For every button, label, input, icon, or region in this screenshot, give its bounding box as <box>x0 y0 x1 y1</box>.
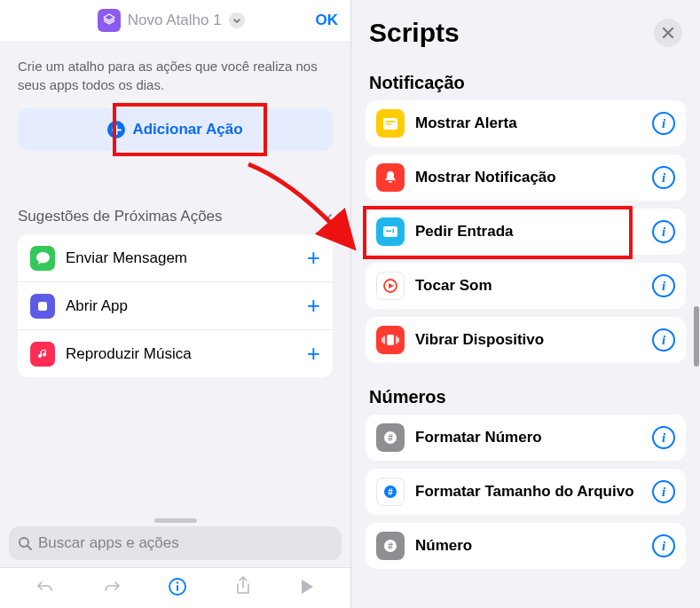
action-show-alert[interactable]: Mostrar Alerta i <box>366 100 686 146</box>
shortcut-editor-panel: Novo Atalho 1 OK Crie um atalho para as … <box>0 0 350 608</box>
suggestion-label: Abrir App <box>66 297 307 315</box>
action-list-numbers: # Formatar Número i # Formatar Tamanho d… <box>366 415 686 542</box>
info-button[interactable]: i <box>652 534 675 557</box>
play-sound-icon <box>376 272 405 300</box>
info-button[interactable]: i <box>652 426 675 449</box>
shortcut-title[interactable]: Novo Atalho 1 <box>128 12 222 29</box>
chevron-down-icon[interactable] <box>229 12 245 28</box>
action-label: Vibrar Dispositivo <box>415 331 652 349</box>
actions-browser-panel: Scripts Notificação Mostrar Alerta i Mos… <box>350 0 700 608</box>
messages-icon <box>30 246 55 271</box>
svg-line-2 <box>28 546 31 549</box>
action-show-notification[interactable]: Mostrar Notificação i <box>366 154 686 201</box>
action-label: Formatar Tamanho do Arquivo <box>415 483 652 501</box>
action-ask-for-input[interactable]: Pedir Entrada i <box>366 209 686 255</box>
suggestions-list: Enviar Mensagem + Abrir App + Reproduzir… <box>18 234 333 377</box>
action-label: Formatar Número <box>415 429 652 446</box>
close-button[interactable] <box>654 19 682 47</box>
action-label: Tocar Som <box>415 277 652 295</box>
prompt-text: Crie um atalho para as ações que você re… <box>0 41 350 108</box>
plus-icon <box>107 121 125 138</box>
svg-rect-0 <box>38 302 47 311</box>
bell-icon <box>376 163 405 192</box>
info-icon[interactable] <box>168 577 187 600</box>
svg-text:#: # <box>388 433 393 443</box>
action-list-notification: Mostrar Alerta i Mostrar Notificação i P… <box>366 100 686 371</box>
suggestions-header[interactable]: Sugestões de Próximas Ações <box>0 208 350 225</box>
section-title-numbers: Números <box>351 371 700 415</box>
section-title-notification: Notificação <box>351 57 700 100</box>
undo-icon[interactable] <box>35 577 55 600</box>
search-input[interactable]: Buscar apps e ações <box>9 526 342 560</box>
bottom-toolbar <box>0 567 350 608</box>
action-vibrate-device[interactable]: Vibrar Dispositivo i <box>366 317 686 363</box>
info-button[interactable]: i <box>652 480 675 503</box>
suggestion-send-message[interactable]: Enviar Mensagem + <box>18 234 333 282</box>
left-header: Novo Atalho 1 OK <box>0 0 350 41</box>
hash-icon: # <box>376 423 405 452</box>
ok-button[interactable]: OK <box>315 12 338 29</box>
scrollbar-thumb[interactable] <box>694 306 699 367</box>
action-label: Número <box>415 537 652 555</box>
plus-icon: + <box>307 244 320 272</box>
suggestion-label: Enviar Mensagem <box>66 249 307 267</box>
right-header: Scripts <box>351 0 700 57</box>
action-play-sound[interactable]: Tocar Som i <box>366 263 686 309</box>
svg-rect-7 <box>386 121 396 122</box>
hash-doc-icon: # <box>376 478 405 506</box>
svg-point-4 <box>177 581 178 583</box>
action-label: Pedir Entrada <box>415 223 652 241</box>
info-button[interactable]: i <box>652 328 675 351</box>
chevron-down-icon <box>320 208 333 225</box>
svg-rect-11 <box>393 229 395 233</box>
plus-icon: + <box>307 340 320 367</box>
suggestion-play-music[interactable]: Reproduzir Música + <box>18 330 333 377</box>
info-button[interactable]: i <box>652 166 675 189</box>
svg-text:#: # <box>388 541 393 551</box>
redo-icon[interactable] <box>102 577 122 600</box>
svg-text:#: # <box>388 487 393 497</box>
svg-rect-8 <box>386 123 392 125</box>
suggestion-label: Reproduzir Música <box>66 345 307 363</box>
search-icon <box>18 536 33 551</box>
info-button[interactable]: i <box>652 274 675 297</box>
action-format-file-size[interactable]: # Formatar Tamanho do Arquivo i <box>366 469 686 515</box>
svg-rect-5 <box>177 585 178 591</box>
app-icon <box>30 294 55 319</box>
info-button[interactable]: i <box>652 112 675 135</box>
suggestion-open-app[interactable]: Abrir App + <box>18 282 333 330</box>
add-action-button[interactable]: Adicionar Ação <box>18 108 333 151</box>
add-action-label: Adicionar Ação <box>132 121 242 138</box>
sheet-grabber[interactable] <box>154 518 197 523</box>
svg-rect-10 <box>386 231 391 233</box>
play-icon[interactable] <box>299 578 315 599</box>
shortcut-app-icon <box>98 9 121 32</box>
music-icon <box>30 342 55 367</box>
input-icon <box>376 217 405 246</box>
suggestions-title: Sugestões de Próximas Ações <box>18 208 223 225</box>
vibrate-icon <box>376 326 405 354</box>
search-placeholder: Buscar apps e ações <box>38 534 179 552</box>
hash-icon: # <box>376 532 405 560</box>
action-number[interactable]: # Número i <box>366 523 686 569</box>
svg-rect-13 <box>387 335 394 345</box>
action-label: Mostrar Alerta <box>415 114 652 132</box>
share-icon[interactable] <box>234 576 252 601</box>
plus-icon: + <box>307 292 320 320</box>
scripts-title: Scripts <box>369 18 460 48</box>
alert-icon <box>376 109 405 138</box>
info-button[interactable]: i <box>652 220 675 243</box>
action-format-number[interactable]: # Formatar Número i <box>366 415 686 461</box>
action-label: Mostrar Notificação <box>415 169 652 186</box>
